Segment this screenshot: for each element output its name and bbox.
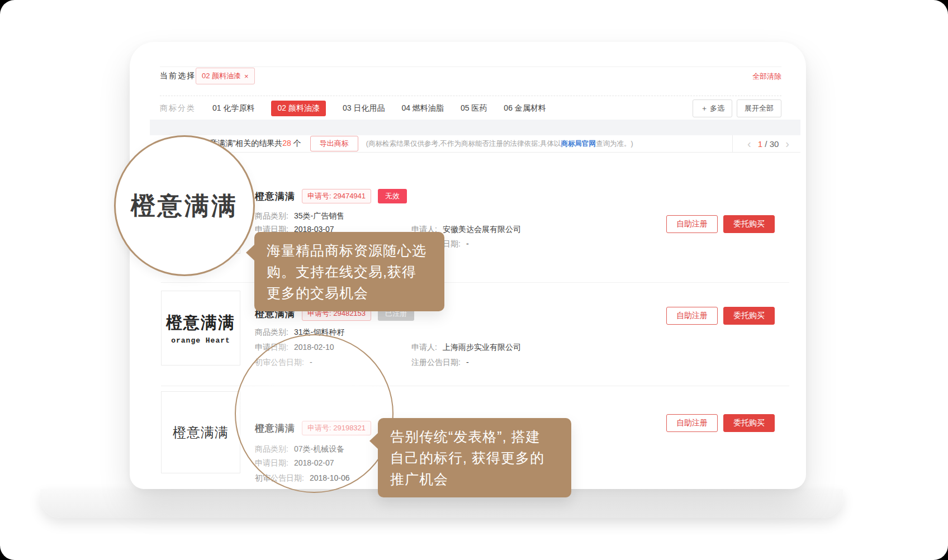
results-header: 为您检索到“橙意满满”相关的结果共28 个 导出商标 (商标检索结果仅供参考,不… [150,135,800,153]
category-item-02-active[interactable]: 02 颜料油漆 [271,101,325,116]
self-register-button[interactable]: 自助注册 [666,414,718,432]
multi-select-button[interactable]: ＋ 多选 [693,99,732,117]
field-label: 商品类别: [255,328,288,336]
category-item-06[interactable]: 06 金属材料 [504,103,546,113]
field-label: 申请人: [411,343,437,352]
callout-marketplace: 海量精品商标资源随心选 购。支持在线交易,获得 更多的交易机会 [254,232,444,311]
export-trademarks-button[interactable]: 导出商标 [310,136,358,151]
disclaimer-text: (商标检索结果仅供参考,不作为商标能否注册的法律依据;具体以 [366,140,561,148]
next-page-icon[interactable]: › [785,138,789,149]
results-summary-suffix: 个 [291,139,301,148]
disclaimer-text: 查询为准。) [596,140,633,148]
self-register-button[interactable]: 自助注册 [666,307,718,325]
results-count: 28 [282,139,291,148]
field-value: 35类-广告销售 [294,211,344,220]
category-bar: 商标分类 01 化学原料 02 颜料油漆 03 日化用品 04 燃料油脂 05 … [160,100,546,117]
field-value: - [466,239,469,248]
page-separator: / [765,139,767,149]
trademark-image-text: 橙意满满 [173,424,229,442]
prev-page-icon[interactable]: ‹ [747,138,751,149]
category-actions: ＋ 多选 展开全部 [693,99,781,117]
category-item-05[interactable]: 05 医药 [461,103,487,113]
trademark-thumbnail[interactable]: 橙意满满 [161,391,240,473]
magnified-trademark-text: 橙意满满 [131,189,238,222]
close-icon[interactable]: × [244,72,249,80]
field-label: 商品类别: [255,211,288,220]
callout-promotion: 告别传统“发表格”, 搭建 自己的标行, 获得更多的 推广机会 [378,418,571,497]
trademark-image-subtext: orange Heart [171,336,230,345]
entrust-purchase-button[interactable]: 委托购买 [723,414,775,432]
selected-filter-tag[interactable]: 02 颜料油漆 × [196,68,255,84]
total-pages: 30 [770,139,779,149]
field-label: 注册公告日期: [411,358,461,367]
current-page: 1 [758,139,762,149]
category-bar-label: 商标分类 [160,103,196,113]
disclaimer: (商标检索结果仅供参考,不作为商标能否注册的法律依据;具体以商标局官网查询为准。… [366,139,633,149]
application-number-tag: 申请号: 29474941 [302,189,371,203]
expand-all-button[interactable]: 展开全部 [737,99,781,117]
divider [160,67,781,67]
trademark-office-link[interactable]: 商标局官网 [561,140,596,148]
section-gap [150,120,800,135]
trademark-thumbnail[interactable]: 橙意满满 orange Heart [161,291,240,366]
page-indicator: 1 / 30 [758,139,779,149]
selected-filter-tag-label: 02 颜料油漆 [202,71,241,81]
field-value: 上海雨步实业有限公司 [443,343,521,352]
magnifier-circle-highlight [235,334,394,493]
trademark-name: 橙意满满 [255,190,295,203]
clear-all-link[interactable]: 全部清除 [752,72,781,82]
self-register-button[interactable]: 自助注册 [666,215,718,233]
category-item-01[interactable]: 01 化学原料 [212,103,254,113]
entrust-purchase-button[interactable]: 委托购买 [723,307,775,325]
page-canvas: 当前选择 02 颜料油漆 × 全部清除 商标分类 01 化学原料 02 颜料油漆… [0,0,948,560]
field-value: - [466,358,469,367]
pagination: ‹ 1 / 30 › [732,135,789,152]
entrust-purchase-button[interactable]: 委托购买 [723,215,775,233]
category-item-04[interactable]: 04 燃料油脂 [401,103,443,113]
divider [160,96,781,96]
status-badge: 无效 [378,189,407,203]
trademark-image-text: 橙意满满 [166,312,235,334]
magnifier-circle-trademark: 橙意满满 [114,135,255,276]
field-value: 安徽美达会展有限公司 [443,225,521,234]
current-selection-label: 当前选择 [160,71,196,81]
category-item-03[interactable]: 03 日化用品 [343,103,385,113]
